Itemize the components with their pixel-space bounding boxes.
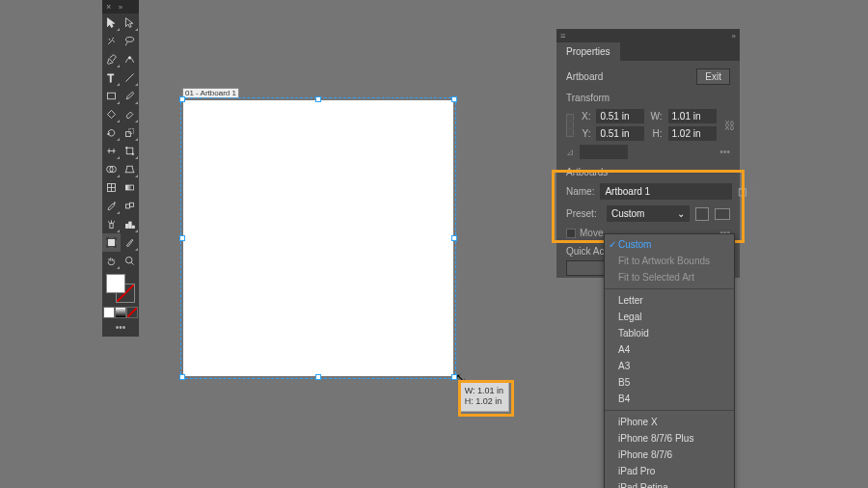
resize-handle[interactable] (451, 96, 457, 102)
rotate-input[interactable] (580, 145, 628, 159)
type-tool[interactable]: T (102, 68, 121, 87)
name-label: Name: (566, 186, 594, 197)
exit-button[interactable]: Exit (696, 68, 730, 85)
resize-handle[interactable] (315, 374, 321, 380)
preset-option[interactable]: Custom (605, 236, 734, 253)
svg-rect-16 (110, 224, 113, 229)
magic-wand-tool[interactable] (102, 32, 121, 50)
tab-properties[interactable]: Properties (556, 42, 620, 61)
symbol-sprayer-tool[interactable] (102, 215, 121, 233)
selection-tool[interactable] (102, 14, 121, 32)
preset-option[interactable]: iPhone 8/7/6 Plus (605, 430, 734, 447)
orientation-landscape-icon[interactable] (715, 208, 730, 220)
direct-selection-tool[interactable] (121, 14, 139, 32)
x-input[interactable] (596, 109, 644, 123)
line-tool[interactable] (121, 68, 139, 87)
svg-point-0 (125, 37, 133, 41)
collapse-icon[interactable]: » (732, 32, 736, 41)
free-transform-tool[interactable] (121, 142, 139, 160)
reference-point-grid[interactable] (566, 114, 574, 137)
resize-handle[interactable] (179, 96, 185, 102)
canvas[interactable]: 01 - Artboard 1 ⤡ W: 1.01 in H: 1.02 in (183, 100, 453, 376)
zoom-tool[interactable] (121, 252, 139, 270)
preset-value: Custom (611, 208, 644, 219)
slice-tool[interactable] (121, 233, 139, 252)
fill-stroke-swatches[interactable] (106, 274, 135, 303)
preset-option[interactable]: Tabloid (605, 325, 734, 341)
selection-type-label: Artboard (566, 71, 603, 82)
width-tool[interactable] (102, 142, 121, 160)
close-icon[interactable]: × (106, 2, 111, 12)
eyedropper-tool[interactable] (102, 197, 121, 215)
h-input[interactable] (668, 126, 717, 141)
preset-option[interactable]: iPhone 8/7/6 (605, 447, 734, 463)
svg-rect-4 (107, 93, 115, 99)
rotate-icon: ⊿ (566, 147, 574, 157)
panel-header[interactable]: ≡ » (556, 29, 740, 42)
pen-tool[interactable] (102, 50, 121, 68)
preset-option[interactable]: iPhone X (605, 414, 734, 430)
mesh-tool[interactable] (102, 178, 121, 197)
fill-swatch[interactable] (106, 274, 125, 293)
toolbox-header[interactable]: × » (102, 0, 139, 14)
constrain-proportions-icon[interactable]: ⛓ (724, 120, 735, 131)
none-mode-icon[interactable] (126, 307, 138, 318)
rotate-tool[interactable] (102, 123, 121, 142)
gradient-tool[interactable] (121, 178, 139, 197)
edit-toolbar-icon[interactable]: ••• (116, 322, 126, 333)
resize-handle[interactable] (451, 235, 457, 241)
curvature-tool[interactable] (121, 50, 139, 68)
svg-line-3 (125, 73, 133, 81)
rectangle-tool[interactable] (102, 87, 121, 105)
svg-rect-20 (107, 238, 115, 246)
eraser-tool[interactable] (121, 105, 139, 123)
preset-label: Preset: (566, 208, 601, 219)
chevron-right-icon[interactable]: » (119, 3, 122, 12)
more-options-icon[interactable]: ••• (719, 147, 730, 157)
panel-menu-icon[interactable]: ≡ (560, 31, 565, 41)
delete-artboard-icon[interactable]: 🗑 (752, 185, 762, 199)
y-input[interactable] (596, 126, 644, 141)
resize-handle[interactable] (315, 96, 321, 102)
hand-tool[interactable] (102, 252, 121, 270)
preset-option[interactable]: B4 (605, 391, 734, 407)
x-label: X: (582, 111, 590, 122)
svg-text:T: T (107, 72, 114, 84)
gradient-mode-icon[interactable] (115, 307, 126, 318)
preset-dropdown[interactable]: Custom ⌄ (607, 205, 690, 222)
shape-builder-tool[interactable] (102, 160, 121, 178)
scale-tool[interactable] (121, 123, 139, 142)
orientation-portrait-icon[interactable] (695, 207, 709, 221)
preset-option[interactable]: B5 (605, 374, 734, 391)
w-label: W: (650, 111, 662, 122)
preset-option[interactable]: A4 (605, 341, 734, 358)
paintbrush-tool[interactable] (121, 87, 139, 105)
h-label: H: (650, 128, 662, 139)
svg-point-9 (132, 153, 134, 155)
perspective-grid-tool[interactable] (121, 160, 139, 178)
artboard[interactable]: 01 - Artboard 1 ⤡ (183, 100, 453, 376)
resize-handle[interactable] (179, 235, 185, 241)
lasso-tool[interactable] (121, 32, 139, 50)
new-artboard-icon[interactable]: ◫ (738, 185, 746, 199)
preset-option[interactable]: iPad Retina (605, 479, 734, 488)
shaper-tool[interactable] (102, 105, 121, 123)
preset-option[interactable]: iPad Pro (605, 463, 734, 479)
move-art-checkbox[interactable] (566, 229, 576, 238)
svg-point-21 (125, 257, 132, 263)
toolbox: × » T (102, 0, 139, 337)
preset-option[interactable]: Fit to Selected Art (605, 269, 734, 285)
artboard-tool[interactable] (102, 233, 121, 252)
column-graph-tool[interactable] (121, 215, 139, 233)
w-input[interactable] (668, 109, 717, 123)
blend-tool[interactable] (121, 197, 139, 215)
transform-title: Transform (566, 93, 730, 103)
color-mode-icon[interactable] (103, 307, 115, 318)
preset-option[interactable]: A3 (605, 358, 734, 374)
preset-option[interactable]: Legal (605, 309, 734, 325)
preset-option[interactable]: Fit to Artwork Bounds (605, 253, 734, 269)
resize-handle[interactable] (179, 374, 185, 380)
artboard-name-input[interactable] (600, 183, 732, 200)
move-art-label: Move (580, 228, 603, 238)
preset-option[interactable]: Letter (605, 292, 734, 309)
